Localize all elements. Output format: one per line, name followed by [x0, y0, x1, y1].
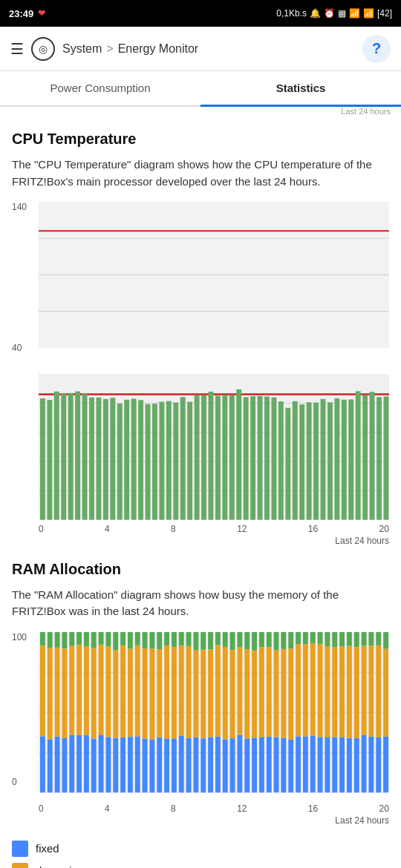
svg-rect-105 [135, 645, 140, 737]
svg-rect-77 [69, 735, 74, 793]
heart-icon: ❤ [38, 8, 45, 19]
help-button[interactable]: ? [362, 35, 391, 63]
battery-display: [42] [377, 8, 392, 19]
svg-rect-20 [103, 399, 108, 520]
svg-rect-148 [237, 632, 242, 648]
svg-rect-151 [244, 632, 250, 649]
status-left: 23:49 ❤ [9, 8, 45, 19]
svg-rect-55 [348, 400, 353, 520]
svg-rect-153 [252, 651, 257, 738]
svg-rect-199 [362, 632, 367, 646]
menu-icon[interactable]: ☰ [10, 40, 24, 58]
svg-rect-124 [179, 632, 184, 645]
ram-last24: Last 24 hours [12, 815, 389, 826]
svg-rect-150 [244, 649, 250, 738]
ram-alloc-title: RAM Allocation [12, 561, 389, 578]
ram-legend: fixed dynamic free [12, 841, 389, 868]
svg-rect-182 [325, 737, 330, 792]
svg-rect-127 [186, 632, 192, 646]
svg-rect-201 [368, 645, 374, 736]
svg-rect-32 [187, 402, 192, 520]
svg-rect-136 [208, 632, 213, 649]
tab-power-consumption[interactable]: Power Consumption [0, 71, 200, 107]
svg-rect-90 [99, 645, 104, 735]
svg-rect-137 [215, 737, 221, 793]
svg-rect-141 [223, 647, 228, 740]
svg-rect-49 [307, 402, 312, 519]
svg-rect-143 [230, 738, 235, 792]
svg-rect-149 [244, 738, 250, 792]
svg-rect-207 [383, 648, 388, 736]
svg-rect-118 [164, 632, 169, 645]
svg-rect-100 [120, 632, 125, 645]
sim-icon: ▦ [338, 8, 346, 19]
svg-rect-29 [166, 401, 172, 520]
svg-rect-54 [342, 400, 347, 520]
svg-rect-191 [347, 738, 352, 793]
svg-rect-166 [281, 632, 286, 649]
wifi-icon: 📶 [363, 8, 374, 19]
svg-rect-53 [334, 398, 339, 520]
svg-rect-34 [201, 395, 206, 519]
legend-fixed-label: fixed [36, 842, 59, 855]
breadcrumb-system[interactable]: System [62, 42, 102, 56]
svg-rect-19 [96, 398, 101, 520]
svg-rect-126 [186, 646, 192, 738]
svg-rect-68 [48, 739, 53, 792]
svg-rect-37 [222, 395, 227, 519]
ram-y-min: 0 [12, 777, 17, 787]
svg-rect-185 [332, 737, 337, 792]
svg-rect-93 [105, 646, 111, 737]
svg-rect-41 [250, 396, 255, 520]
svg-rect-85 [84, 632, 89, 646]
svg-rect-51 [321, 399, 326, 520]
svg-rect-152 [252, 737, 257, 792]
tab-statistics[interactable]: Statistics [200, 71, 401, 107]
svg-rect-67 [40, 632, 45, 645]
svg-rect-110 [149, 739, 154, 792]
svg-rect-168 [288, 648, 293, 740]
svg-rect-13 [54, 392, 59, 520]
svg-rect-159 [267, 647, 272, 736]
svg-rect-38 [229, 395, 235, 520]
svg-rect-192 [347, 645, 352, 737]
svg-rect-112 [149, 632, 154, 648]
svg-rect-122 [179, 736, 184, 792]
svg-rect-186 [332, 647, 337, 737]
svg-rect-108 [143, 648, 148, 739]
svg-rect-147 [237, 647, 242, 734]
svg-rect-109 [143, 632, 148, 648]
tab-subtext: Last 24 hours [0, 107, 401, 119]
svg-rect-44 [271, 398, 276, 520]
tabs-container: Power Consumption Statistics Last 24 hou… [0, 71, 401, 119]
svg-rect-24 [131, 399, 137, 520]
svg-rect-92 [105, 737, 111, 792]
notification-icon: 🔔 [310, 8, 321, 19]
svg-rect-101 [128, 737, 133, 792]
ram-y-max: 100 [12, 632, 27, 642]
svg-rect-158 [267, 737, 272, 793]
svg-rect-174 [303, 644, 308, 736]
svg-rect-66 [40, 645, 45, 736]
svg-rect-178 [310, 632, 316, 643]
cpu-x-labels: 0 4 8 12 16 20 [39, 522, 389, 536]
svg-rect-172 [296, 632, 301, 644]
svg-rect-131 [200, 738, 206, 792]
svg-rect-80 [76, 735, 82, 793]
nav-bar: ☰ ◎ System > Energy Monitor ? [0, 27, 401, 71]
svg-rect-28 [159, 402, 164, 520]
svg-rect-23 [124, 400, 129, 520]
svg-rect-180 [318, 644, 323, 737]
svg-rect-128 [193, 737, 198, 792]
data-speed: 0,1Kb.s [276, 8, 307, 19]
svg-rect-164 [281, 737, 286, 792]
svg-rect-116 [164, 738, 169, 792]
legend-fixed-box [12, 841, 28, 857]
svg-rect-190 [339, 632, 345, 646]
svg-rect-39 [236, 389, 241, 520]
cpu-temp-desc: The "CPU Temperature" diagram shows how … [12, 157, 389, 190]
legend-fixed: fixed [12, 841, 389, 857]
svg-rect-165 [281, 649, 286, 738]
svg-rect-57 [362, 395, 368, 520]
svg-rect-167 [288, 740, 293, 792]
